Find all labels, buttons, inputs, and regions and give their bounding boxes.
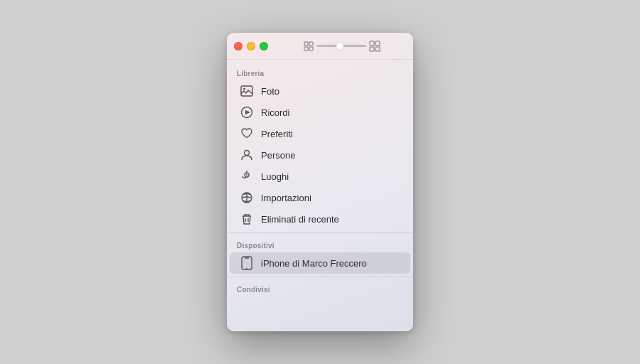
iphone-icon bbox=[240, 256, 254, 270]
titlebar bbox=[227, 33, 413, 60]
persone-label: Persone bbox=[261, 150, 295, 161]
places-icon bbox=[240, 169, 254, 183]
sidebar-item-persone[interactable]: Persone bbox=[230, 144, 410, 166]
svg-rect-4 bbox=[370, 41, 374, 46]
trash-icon bbox=[240, 212, 254, 226]
foto-label: Foto bbox=[261, 86, 279, 97]
svg-point-9 bbox=[243, 88, 245, 90]
section-divider-1 bbox=[227, 232, 413, 233]
titlebar-center bbox=[278, 41, 406, 52]
svg-rect-6 bbox=[370, 47, 374, 51]
fullscreen-button[interactable] bbox=[260, 42, 268, 50]
svg-rect-7 bbox=[375, 47, 380, 51]
view-grid-icon bbox=[304, 41, 314, 51]
svg-rect-20 bbox=[242, 257, 252, 269]
ricordi-label: Ricordi bbox=[261, 107, 289, 118]
minimize-button[interactable] bbox=[247, 42, 255, 50]
photos-window: Libreria Foto Ricordi bbox=[227, 33, 413, 331]
traffic-lights bbox=[234, 42, 268, 50]
importazioni-label: Importazioni bbox=[261, 193, 311, 203]
svg-point-14 bbox=[246, 174, 247, 176]
iphone-label: iPhone di Marco Freccero bbox=[261, 258, 367, 269]
sidebar-item-preferiti[interactable]: Preferiti bbox=[230, 123, 410, 144]
condivisi-section-label: Condivisi bbox=[227, 280, 413, 296]
svg-marker-11 bbox=[245, 110, 250, 114]
section-divider-2 bbox=[227, 277, 413, 277]
svg-rect-2 bbox=[304, 47, 308, 50]
imports-icon bbox=[240, 191, 254, 205]
sidebar: Libreria Foto Ricordi bbox=[227, 60, 413, 331]
photo-icon bbox=[240, 84, 254, 98]
svg-rect-3 bbox=[309, 47, 313, 50]
close-button[interactable] bbox=[234, 42, 242, 50]
eliminati-label: Eliminati di recente bbox=[261, 214, 339, 225]
luoghi-label: Luoghi bbox=[261, 171, 289, 182]
zoom-slider-thumb[interactable] bbox=[336, 43, 343, 50]
sidebar-item-ricordi[interactable]: Ricordi bbox=[230, 102, 410, 123]
svg-point-12 bbox=[245, 151, 250, 156]
sidebar-item-importazioni[interactable]: Importazioni bbox=[230, 187, 410, 208]
view-large-icon bbox=[369, 41, 380, 52]
sidebar-item-foto[interactable]: Foto bbox=[230, 80, 410, 102]
dispositivi-section-label: Dispositivi bbox=[227, 236, 413, 252]
zoom-slider[interactable] bbox=[316, 45, 366, 47]
svg-rect-0 bbox=[304, 42, 308, 46]
svg-point-22 bbox=[246, 268, 247, 269]
preferiti-label: Preferiti bbox=[261, 129, 293, 139]
memories-icon bbox=[240, 105, 254, 119]
people-icon bbox=[240, 148, 254, 162]
sidebar-item-luoghi[interactable]: Luoghi bbox=[230, 166, 410, 187]
svg-rect-5 bbox=[375, 41, 380, 46]
libreria-section-label: Libreria bbox=[227, 64, 413, 80]
svg-rect-1 bbox=[309, 42, 313, 46]
favorites-icon bbox=[240, 127, 254, 141]
sidebar-item-eliminati[interactable]: Eliminati di recente bbox=[230, 208, 410, 230]
sidebar-item-iphone[interactable]: iPhone di Marco Freccero bbox=[230, 252, 410, 274]
svg-rect-8 bbox=[241, 86, 252, 96]
